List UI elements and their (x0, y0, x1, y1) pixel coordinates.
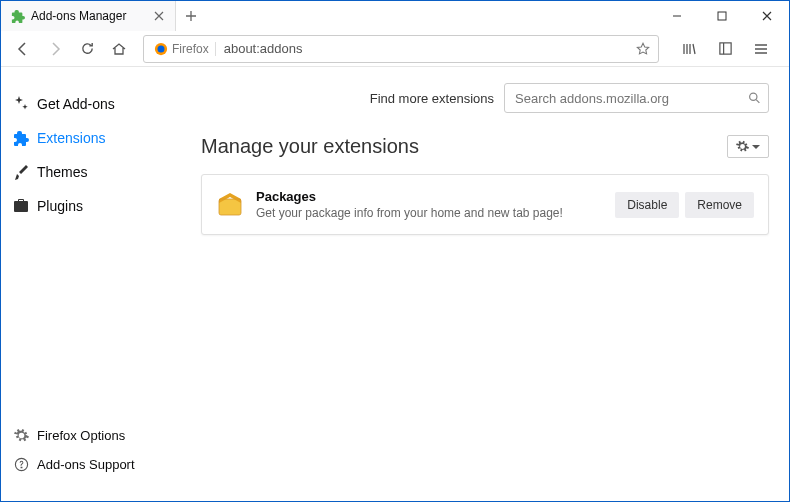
extension-name: Packages (256, 189, 603, 204)
search-icon (748, 92, 761, 105)
content-area: Get Add-ons Extensions Themes Plugins (1, 67, 789, 501)
extension-info: Packages Get your package info from your… (256, 189, 603, 220)
sidebar-item-support[interactable]: Add-ons Support (1, 450, 201, 479)
new-tab-button[interactable] (176, 1, 206, 31)
addons-icon (11, 9, 25, 23)
browser-tab[interactable]: Add-ons Manager (1, 1, 176, 31)
tools-menu-button[interactable] (727, 135, 769, 158)
help-icon (13, 457, 29, 473)
svg-point-2 (158, 45, 165, 52)
identity-label: Firefox (172, 42, 209, 56)
navbar: Firefox about:addons (1, 31, 789, 67)
maximize-button[interactable] (699, 1, 744, 31)
addons-sidebar: Get Add-ons Extensions Themes Plugins (1, 67, 201, 501)
sidebar-item-label: Add-ons Support (37, 457, 135, 472)
identity-box[interactable]: Firefox (148, 42, 216, 56)
find-label: Find more extensions (370, 91, 494, 106)
page-heading: Manage your extensions (201, 135, 419, 158)
extension-icon (216, 191, 244, 219)
titlebar: Add-ons Manager (1, 1, 789, 31)
extension-card[interactable]: Packages Get your package info from your… (201, 174, 769, 235)
sidebar-item-label: Firefox Options (37, 428, 125, 443)
url-bar[interactable]: Firefox about:addons (143, 35, 659, 63)
svg-rect-3 (719, 43, 730, 54)
sidebar-button[interactable] (711, 35, 739, 63)
chevron-down-icon (752, 143, 760, 151)
reload-button[interactable] (73, 35, 101, 63)
tab-close-icon[interactable] (151, 8, 167, 24)
firefox-icon (154, 42, 168, 56)
browser-window: Add-ons Manager Firefox about:addon (0, 0, 790, 502)
sidebar-item-label: Plugins (37, 198, 83, 214)
svg-rect-6 (219, 199, 241, 215)
sidebar-item-extensions[interactable]: Extensions (1, 121, 191, 155)
svg-point-5 (750, 93, 757, 100)
disable-button[interactable]: Disable (615, 192, 679, 218)
gear-icon (736, 140, 749, 153)
svg-rect-0 (718, 12, 726, 20)
menu-button[interactable] (747, 35, 775, 63)
forward-button[interactable] (41, 35, 69, 63)
remove-button[interactable]: Remove (685, 192, 754, 218)
window-controls (654, 1, 789, 31)
sparkle-icon (13, 96, 29, 112)
find-extensions-input[interactable] (504, 83, 769, 113)
sidebar-item-label: Themes (37, 164, 88, 180)
briefcase-icon (13, 198, 29, 214)
sidebar-item-plugins[interactable]: Plugins (1, 189, 191, 223)
main-panel: Find more extensions Manage your extensi… (201, 67, 789, 501)
extension-actions: Disable Remove (615, 192, 754, 218)
sidebar-item-get-addons[interactable]: Get Add-ons (1, 87, 191, 121)
sidebar-item-options[interactable]: Firefox Options (1, 421, 201, 450)
home-button[interactable] (105, 35, 133, 63)
sidebar-item-themes[interactable]: Themes (1, 155, 191, 189)
extension-description: Get your package info from your home and… (256, 206, 603, 220)
brush-icon (13, 164, 29, 180)
puzzle-icon (13, 130, 29, 146)
toolbar-right (669, 35, 781, 63)
back-button[interactable] (9, 35, 37, 63)
minimize-button[interactable] (654, 1, 699, 31)
close-button[interactable] (744, 1, 789, 31)
heading-row: Manage your extensions (201, 135, 769, 158)
bookmark-star-icon[interactable] (632, 42, 654, 56)
sidebar-item-label: Get Add-ons (37, 96, 115, 112)
library-button[interactable] (675, 35, 703, 63)
sidebar-item-label: Extensions (37, 130, 105, 146)
find-row: Find more extensions (201, 83, 769, 113)
tab-title: Add-ons Manager (31, 9, 151, 23)
gear-icon (13, 428, 29, 444)
url-text: about:addons (216, 41, 632, 56)
